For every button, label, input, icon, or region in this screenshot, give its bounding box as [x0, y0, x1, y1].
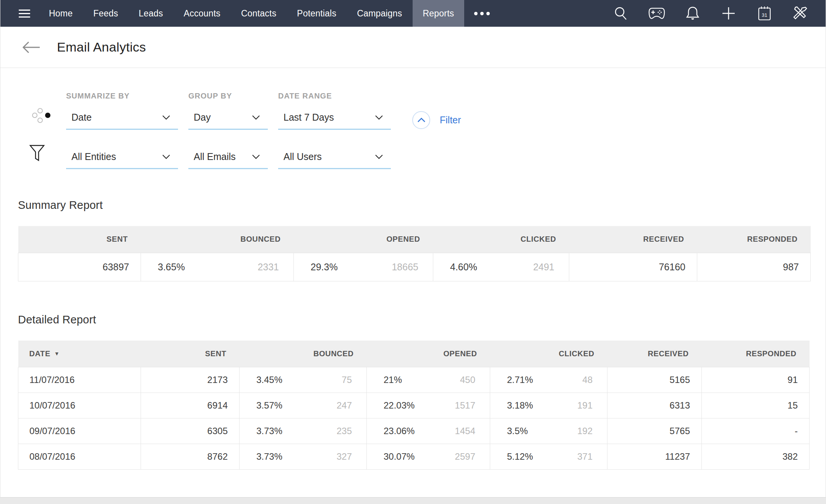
email-field: All Emails: [188, 151, 268, 169]
cell-received: 11237: [607, 444, 702, 470]
cell-responded: 91: [702, 367, 810, 393]
search-icon[interactable]: [612, 5, 629, 22]
table-row: 10/07/2016 6914 3.57%247 22.03%1517 3.18…: [18, 393, 810, 418]
group-by-dropdown[interactable]: Day: [188, 112, 268, 130]
col-header-responded: RESPONDED: [702, 341, 810, 367]
plus-icon[interactable]: [720, 5, 737, 22]
entity-value: All Entities: [71, 151, 116, 162]
user-field: All Users: [278, 151, 391, 169]
filter-toggle[interactable]: Filter: [412, 111, 461, 129]
funnel-icon: [29, 144, 45, 164]
col-header-bounced: BOUNCED: [141, 226, 294, 253]
filter-link[interactable]: Filter: [440, 115, 461, 126]
back-arrow-icon[interactable]: [22, 41, 41, 54]
date-range-value: Last 7 Days: [283, 112, 334, 123]
hamburger-menu-icon[interactable]: [0, 0, 39, 27]
nav-item-home[interactable]: Home: [39, 0, 83, 27]
summary-sent: 63897: [18, 253, 141, 281]
more-icon[interactable]: [464, 0, 500, 27]
summarize-row: SUMMARIZE BY Date GROUP BY Day DATE RANG…: [0, 92, 826, 130]
summary-table: SENT BOUNCED OPENED CLICKED RECEIVED RES…: [18, 226, 811, 281]
summary-bounced-count: 2331: [258, 262, 293, 273]
cell-received: 6313: [607, 393, 702, 418]
svg-text:31: 31: [762, 12, 767, 18]
detailed-report-section: Detailed Report DATE▼ SENT BOUNCED OPENE…: [0, 313, 826, 470]
nav-spacer: [500, 0, 612, 27]
table-row: 09/07/2016 6305 3.73%235 23.06%1454 3.5%…: [18, 418, 810, 444]
col-header-sent: SENT: [141, 341, 240, 367]
col-header-received: RECEIVED: [569, 226, 697, 253]
table-row: 11/07/2016 2173 3.45%75 21%450 2.71%48 5…: [18, 367, 810, 393]
nav-icons: 31: [612, 0, 826, 27]
nav-item-accounts[interactable]: Accounts: [173, 0, 231, 27]
summary-data-row: 63897 3.65%2331 29.3%18665 4.60%2491 761…: [18, 253, 811, 281]
summary-opened: 29.3%18665: [294, 253, 433, 281]
page-header: Email Analytics: [0, 27, 826, 68]
cell-date: 08/07/2016: [18, 444, 141, 470]
summary-bounced: 3.65%2331: [141, 253, 294, 281]
cell-bounced: 3.57%247: [240, 393, 367, 418]
cell-date: 09/07/2016: [18, 418, 141, 444]
summary-clicked-count: 2491: [533, 262, 569, 273]
cell-opened: 22.03%1517: [367, 393, 490, 418]
nav-item-potentials[interactable]: Potentials: [287, 0, 347, 27]
group-by-field: GROUP BY Day: [188, 92, 268, 130]
email-analytics-screen: Home Feeds Leads Accounts Contacts Poten…: [0, 0, 826, 504]
filters-panel: SUMMARIZE BY Date GROUP BY Day DATE RANG…: [0, 68, 826, 169]
cell-clicked: 3.18%191: [490, 393, 607, 418]
summarize-icon: [29, 106, 51, 127]
user-dropdown[interactable]: All Users: [278, 151, 391, 169]
detailed-header-row: DATE▼ SENT BOUNCED OPENED CLICKED RECEIV…: [18, 341, 810, 367]
email-dropdown[interactable]: All Emails: [188, 151, 268, 169]
detailed-report-title: Detailed Report: [18, 313, 826, 326]
summarize-by-dropdown[interactable]: Date: [66, 112, 178, 130]
col-header-responded: RESPONDED: [697, 226, 811, 253]
col-header-opened: OPENED: [294, 226, 433, 253]
nav-item-feeds[interactable]: Feeds: [83, 0, 128, 27]
content-card: Home Feeds Leads Accounts Contacts Poten…: [0, 0, 826, 498]
cell-date: 10/07/2016: [18, 393, 141, 418]
gamepad-icon[interactable]: [648, 5, 665, 22]
cell-bounced: 3.73%235: [240, 418, 367, 444]
summary-report-title: Summary Report: [18, 199, 826, 212]
table-row: 08/07/2016 8762 3.73%327 30.07%2597 5.12…: [18, 444, 810, 470]
cell-responded: 15: [702, 393, 810, 418]
calendar-icon[interactable]: 31: [756, 5, 773, 22]
chevron-down-icon: [252, 115, 260, 120]
summarize-by-value: Date: [71, 112, 92, 123]
chevron-down-icon: [375, 115, 383, 120]
tools-icon[interactable]: [792, 5, 809, 22]
col-header-sent: SENT: [18, 226, 141, 253]
cell-sent: 6914: [141, 393, 240, 418]
entity-dropdown[interactable]: All Entities: [66, 151, 178, 169]
nav-item-leads[interactable]: Leads: [128, 0, 173, 27]
col-header-date-sort[interactable]: DATE▼: [18, 341, 141, 367]
summary-report-section: Summary Report SENT BOUNCED OPENED CLICK…: [0, 199, 826, 281]
cell-received: 5765: [607, 418, 702, 444]
summary-clicked-pct: 4.60%: [433, 262, 477, 273]
cell-opened: 21%450: [367, 367, 490, 393]
email-value: All Emails: [194, 151, 236, 162]
chevron-down-icon: [162, 115, 170, 120]
chevron-down-icon: [375, 154, 383, 159]
summary-opened-count: 18665: [392, 262, 433, 273]
col-header-bounced: BOUNCED: [240, 341, 367, 367]
cell-bounced: 3.45%75: [240, 367, 367, 393]
summary-clicked: 4.60%2491: [433, 253, 569, 281]
cell-clicked: 3.5%192: [490, 418, 607, 444]
sort-desc-icon: ▼: [54, 351, 60, 357]
summary-received: 76160: [569, 253, 697, 281]
nav-item-campaigns[interactable]: Campaigns: [347, 0, 412, 27]
nav-item-contacts[interactable]: Contacts: [231, 0, 287, 27]
cell-sent: 2173: [141, 367, 240, 393]
detailed-table: DATE▼ SENT BOUNCED OPENED CLICKED RECEIV…: [18, 341, 810, 470]
user-value: All Users: [283, 151, 322, 162]
date-range-dropdown[interactable]: Last 7 Days: [278, 112, 391, 130]
nav-item-reports[interactable]: Reports: [413, 0, 465, 27]
entity-field: All Entities: [66, 151, 178, 169]
cell-responded: -: [702, 418, 810, 444]
chevron-up-icon[interactable]: [412, 111, 430, 129]
summary-responded: 987: [697, 253, 811, 281]
summarize-by-field: SUMMARIZE BY Date: [66, 92, 178, 130]
bell-icon[interactable]: [684, 5, 701, 22]
